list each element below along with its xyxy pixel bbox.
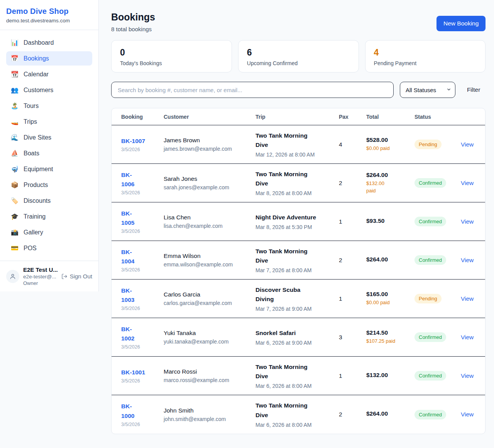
pax-cell: 3 xyxy=(339,328,366,346)
stats-row: 0 Today's Bookings 6 Upcoming Confirmed … xyxy=(111,40,486,72)
total-amount: $132.00 xyxy=(366,372,411,379)
sidebar-item-label: Training xyxy=(24,213,46,220)
bookings-table: BookingCustomerTripPaxTotalStatus BK-100… xyxy=(111,108,486,434)
brand-name[interactable]: Demo Dive Shop xyxy=(6,7,92,16)
sidebar-item-label: Customers xyxy=(24,87,53,94)
booking-id-link[interactable]: BK- 1003 xyxy=(121,286,160,305)
total-cell: $132.00 xyxy=(366,366,414,386)
stat-label: Upcoming Confirmed xyxy=(247,60,350,66)
trip-name: Two Tank Morning Dive xyxy=(255,170,335,188)
sidebar-item-dashboard[interactable]: 📊 Dashboard xyxy=(6,35,92,50)
view-link[interactable]: View xyxy=(461,295,474,302)
search-input[interactable] xyxy=(111,82,394,98)
view-link[interactable]: View xyxy=(461,372,474,379)
trip-name: Discover Scuba Diving xyxy=(255,285,335,304)
pax-cell: 1 xyxy=(339,367,366,385)
sidebar-item-trips[interactable]: 🚤 Trips xyxy=(6,115,92,129)
wave-icon: 🌊 xyxy=(11,134,19,141)
booking-id-link[interactable]: BK-1007 xyxy=(121,136,160,146)
view-link[interactable]: View xyxy=(461,334,474,340)
paid-amount: $132.00 paid xyxy=(366,180,411,195)
trip-cell: Snorkel Safari Mar 6, 2026 at 9:00 AM xyxy=(255,323,339,351)
column-header-booking: Booking xyxy=(121,108,164,125)
sidebar-item-pos[interactable]: 💳 POS xyxy=(6,241,92,255)
sidebar-item-products[interactable]: 📦 Products xyxy=(6,178,92,192)
pax-cell: 1 xyxy=(339,213,366,231)
view-link[interactable]: View xyxy=(461,141,474,148)
trip-datetime: Mar 6, 2026 at 8:00 AM xyxy=(255,422,335,428)
status-badge: Confirmed xyxy=(414,410,446,419)
tag-icon: 🏷️ xyxy=(11,197,19,204)
paid-amount: $0.00 paid xyxy=(366,299,411,307)
view-link[interactable]: View xyxy=(461,411,474,418)
sidebar-item-label: Dashboard xyxy=(24,39,54,46)
trip-name: Two Tank Morning Dive xyxy=(255,131,335,150)
new-booking-button[interactable]: New Booking xyxy=(436,16,486,31)
booking-id-link[interactable]: BK- 1000 xyxy=(121,402,160,420)
status-badge: Confirmed xyxy=(414,371,446,381)
total-cell: $264.00 xyxy=(366,405,414,424)
stat-card: 6 Upcoming Confirmed xyxy=(238,40,359,72)
booking-id-link[interactable]: BK- 1005 xyxy=(121,209,160,227)
status-cell: Pending xyxy=(414,288,461,309)
column-header-trip: Trip xyxy=(255,108,339,125)
filter-button[interactable]: Filter xyxy=(462,83,486,96)
status-cell: Confirmed xyxy=(414,250,461,270)
trip-name: Two Tank Morning Dive xyxy=(255,362,335,381)
status-badge: Confirmed xyxy=(414,178,446,188)
sidebar-item-bookings[interactable]: 📅 Bookings xyxy=(6,51,92,66)
graduation-cap-icon: 🎓 xyxy=(11,213,19,220)
sidebar-item-equipment[interactable]: 🤿 Equipment xyxy=(6,162,92,176)
total-cell: $165.00 $0.00 paid xyxy=(366,285,414,312)
status-select[interactable]: All Statuses xyxy=(400,82,455,98)
trip-cell: Two Tank Morning Dive Mar 12, 2026 at 8:… xyxy=(255,126,339,163)
sidebar-item-tours[interactable]: 🏝️ Tours xyxy=(6,99,92,113)
total-amount: $528.00 xyxy=(366,136,411,143)
page-subtitle: 8 total bookings xyxy=(111,26,155,32)
customer-cell: John Smith john.smith@example.com xyxy=(164,402,255,428)
booking-cell: BK- 1000 3/5/2026 xyxy=(121,396,164,432)
trip-name: Two Tank Morning Dive xyxy=(255,401,335,419)
view-link[interactable]: View xyxy=(461,257,474,263)
customer-email: marco.rossi@example.com xyxy=(164,377,252,383)
sailboat-icon: ⛵ xyxy=(11,150,19,157)
user-name: E2E Test U... xyxy=(23,266,58,273)
pax-cell: 1 xyxy=(339,290,366,308)
status-badge: Confirmed xyxy=(414,332,446,342)
trip-cell: Two Tank Morning Dive Mar 6, 2026 at 8:0… xyxy=(255,396,339,433)
sidebar-item-gallery[interactable]: 📸 Gallery xyxy=(6,225,92,239)
booking-id-link[interactable]: BK- 1002 xyxy=(121,325,160,343)
speedboat-icon: 🚤 xyxy=(11,118,19,125)
column-header-customer: Customer xyxy=(164,108,255,125)
customer-email: lisa.chen@example.com xyxy=(164,223,252,229)
pax-cell: 2 xyxy=(339,406,366,423)
customer-name: Carlos Garcia xyxy=(164,291,252,298)
sidebar-item-calendar[interactable]: 📆 Calendar xyxy=(6,67,92,81)
sign-out-button[interactable]: Sign Out xyxy=(61,273,92,280)
booking-id-link[interactable]: BK-1001 xyxy=(121,368,160,377)
sidebar-item-dive-sites[interactable]: 🌊 Dive Sites xyxy=(6,130,92,145)
trip-name: Two Tank Morning Dive xyxy=(255,247,335,265)
sidebar-item-training[interactable]: 🎓 Training xyxy=(6,209,92,224)
table-body: BK-1007 3/5/2026 James Brown james.brown… xyxy=(112,125,485,434)
view-link[interactable]: View xyxy=(461,218,474,225)
customer-cell: Yuki Tanaka yuki.tanaka@example.com xyxy=(164,324,255,350)
trip-cell: Two Tank Morning Dive Mar 7, 2026 at 8:0… xyxy=(255,241,339,279)
sidebar-item-customers[interactable]: 👥 Customers xyxy=(6,83,92,97)
person-icon xyxy=(9,273,16,280)
view-cell: View xyxy=(461,174,477,192)
stat-value: 4 xyxy=(374,47,477,58)
sidebar-item-label: Calendar xyxy=(24,71,49,78)
booking-date: 3/5/2026 xyxy=(121,306,160,311)
sidebar-item-label: Trips xyxy=(24,118,37,125)
table-row: BK- 1003 3/5/2026 Carlos Garcia carlos.g… xyxy=(112,280,485,318)
booking-id-link[interactable]: BK- 1004 xyxy=(121,248,160,266)
total-cell: $528.00 $0.00 paid xyxy=(366,131,414,158)
trip-cell: Discover Scuba Diving Mar 7, 2026 at 9:0… xyxy=(255,280,339,317)
sidebar-item-discounts[interactable]: 🏷️ Discounts xyxy=(6,194,92,208)
total-amount: $264.00 xyxy=(366,410,411,417)
calendar-icon: 📅 xyxy=(11,55,19,62)
sidebar-item-boats[interactable]: ⛵ Boats xyxy=(6,146,92,160)
booking-id-link[interactable]: BK- 1006 xyxy=(121,170,160,189)
view-link[interactable]: View xyxy=(461,180,474,186)
